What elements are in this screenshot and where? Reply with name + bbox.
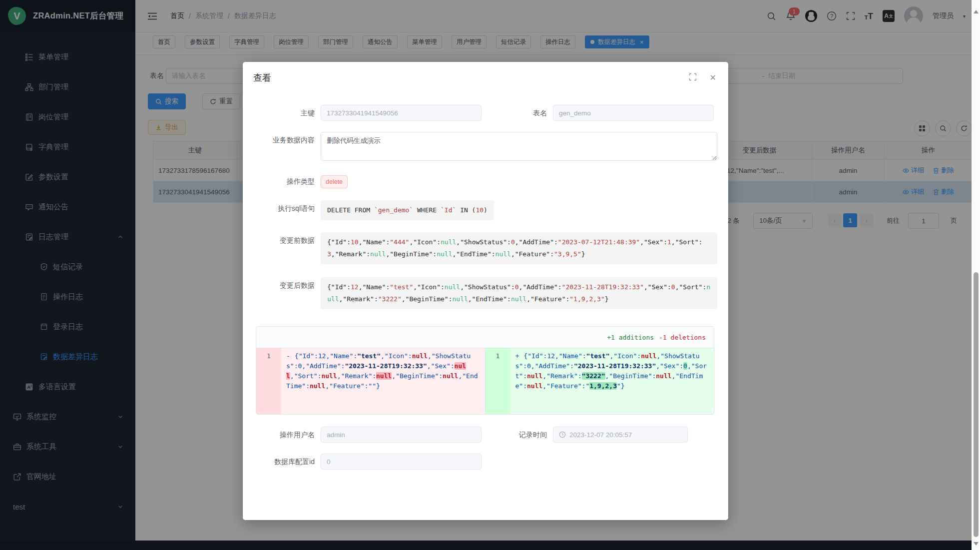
dialog-body: 主键 1732733041941549056 表名 gen_demo 业务数据内… bbox=[243, 84, 728, 470]
diff-left-line-number: 1 bbox=[256, 348, 281, 414]
scroll-up-arrow[interactable] bbox=[974, 10, 979, 13]
db-config-id-input[interactable]: 0 bbox=[321, 454, 482, 470]
before-data-code: {"Id":10,"Name":"444","Icon":null,"ShowS… bbox=[321, 232, 717, 264]
dialog-close-icon[interactable]: ✕ bbox=[710, 73, 716, 82]
view-dialog: 查看 ✕ 主键 1732733041941549056 表名 gen_demo … bbox=[243, 62, 728, 520]
content-label: 业务数据内容 bbox=[253, 132, 321, 162]
scroll-down-arrow[interactable] bbox=[974, 542, 979, 546]
before-data-label: 变更前数据 bbox=[253, 232, 321, 264]
oper-type-label: 操作类型 bbox=[253, 173, 321, 189]
sql-code: DELETE FROM `gen_demo` WHERE `Id` IN (10… bbox=[321, 200, 494, 220]
clock-icon bbox=[559, 431, 566, 438]
pk-label: 主键 bbox=[253, 105, 321, 121]
diff-right-side: 1 +{"Id":12,"Name":"test","Icon":null,"S… bbox=[485, 348, 714, 414]
dialog-header: 查看 ✕ bbox=[243, 62, 728, 84]
content-textarea[interactable] bbox=[321, 132, 717, 161]
diff-right-content: +{"Id":12,"Name":"test","Icon":null,"Sho… bbox=[510, 348, 714, 414]
table-label: 表名 bbox=[485, 105, 553, 121]
after-data-label: 变更后数据 bbox=[253, 277, 321, 309]
diff-left-content: -{"Id":12,"Name":"test","Icon":null,"Sho… bbox=[281, 348, 485, 414]
dialog-title: 查看 bbox=[253, 73, 271, 83]
scrollbar-thumb[interactable] bbox=[974, 272, 979, 537]
page-scrollbar[interactable] bbox=[972, 0, 980, 550]
sql-label: 执行sql语句 bbox=[253, 200, 321, 220]
plus-sign: + bbox=[515, 352, 519, 360]
screen: V ZRAdmin.NET后台管理 菜单管理 部门管理 岗位管理 字典管理 bbox=[0, 0, 980, 550]
table-input[interactable]: gen_demo bbox=[553, 105, 714, 121]
record-time-label: 记录时间 bbox=[485, 427, 553, 443]
additions-count: +1 additions bbox=[607, 334, 654, 341]
dialog-fullscreen-icon[interactable] bbox=[689, 73, 697, 82]
oper-user-label: 操作用户名 bbox=[253, 427, 321, 443]
delete-type-tag: delete bbox=[321, 175, 348, 188]
db-config-id-label: 数据库配置id bbox=[253, 454, 321, 470]
minus-sign: - bbox=[286, 352, 290, 360]
diff-right-line-number: 1 bbox=[486, 348, 510, 414]
after-data-code: {"Id":12,"Name":"test","Icon":null,"Show… bbox=[321, 277, 717, 309]
deletions-count: -1 deletions bbox=[659, 334, 706, 341]
diff-panel: +1 additions -1 deletions 1 -{"Id":12,"N… bbox=[256, 326, 714, 415]
oper-user-input[interactable]: admin bbox=[321, 427, 482, 443]
record-time-input[interactable]: 2023-12-07 20:05:57 bbox=[553, 427, 688, 443]
diff-left-side: 1 -{"Id":12,"Name":"test","Icon":null,"S… bbox=[256, 348, 485, 414]
diff-summary: +1 additions -1 deletions bbox=[256, 327, 714, 348]
pk-input[interactable]: 1732733041941549056 bbox=[321, 105, 482, 121]
